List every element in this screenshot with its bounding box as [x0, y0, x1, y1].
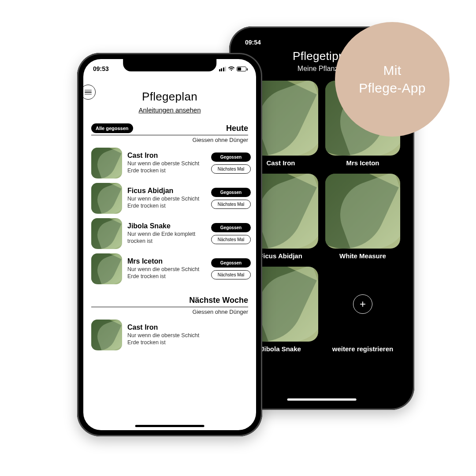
signal-icon	[219, 67, 227, 71]
page-title: Pflegeplan	[83, 90, 256, 104]
promo-text: Mit Pflege-App	[359, 62, 425, 97]
section-header-next-week: Nächste Woche Giessen ohne Dünger	[91, 296, 248, 315]
plant-desc: Nur wenn die oberste Schicht Erde trocke…	[127, 332, 206, 346]
plant-desc: Nur wenn die oberste Schicht Erde trocke…	[127, 266, 206, 280]
plant-label: Cast Iron	[266, 159, 295, 167]
plant-thumbnail[interactable]	[91, 218, 122, 249]
plant-thumbnail[interactable]	[91, 253, 122, 284]
plant-desc: Nur wenn die oberste Schicht Erde trocke…	[127, 160, 206, 174]
status-time: 09:54	[245, 39, 261, 46]
next-time-button[interactable]: Nächstes Mal	[211, 235, 251, 244]
add-thumbnail: +	[325, 267, 400, 342]
section-subtitle: Giessen ohne Dünger	[91, 137, 248, 143]
plant-list-next-week: Cast Iron Nur wenn die oberste Schicht E…	[91, 320, 251, 350]
section-subtitle: Giessen ohne Dünger	[91, 309, 248, 315]
section-header-today: Alle gegossen Heute Giessen ohne Dünger	[91, 123, 248, 143]
plant-name: Jibola Snake	[127, 222, 206, 230]
watered-button[interactable]: Gegossen	[211, 223, 251, 232]
plant-thumbnail[interactable]	[91, 183, 122, 214]
plant-row: Jibola Snake Nur wenn die Erde komplett …	[91, 218, 251, 249]
divider	[91, 135, 248, 135]
plant-list-today: Cast Iron Nur wenn die oberste Schicht E…	[91, 148, 251, 284]
plant-thumbnail[interactable]	[91, 148, 122, 178]
add-plant-tile[interactable]: + weitere registrieren	[325, 267, 400, 353]
all-watered-pill[interactable]: Alle gegossen	[91, 123, 133, 133]
plant-thumbnail	[325, 174, 400, 249]
menu-icon	[85, 90, 92, 91]
divider	[91, 307, 248, 307]
home-indicator	[135, 425, 205, 427]
plant-name: Mrs Iceton	[127, 257, 206, 265]
plant-label: Ficus Abidjan	[259, 252, 302, 260]
plant-thumbnail[interactable]	[91, 320, 122, 350]
plant-row: Cast Iron Nur wenn die oberste Schicht E…	[91, 320, 251, 350]
notch	[123, 59, 216, 71]
next-time-button[interactable]: Nächstes Mal	[211, 200, 251, 209]
promo-badge: Mit Pflege-App	[335, 22, 450, 137]
plant-desc: Nur wenn die oberste Schicht Erde trocke…	[127, 196, 206, 209]
plant-tile[interactable]: White Measure	[325, 174, 400, 260]
home-indicator	[287, 398, 357, 401]
plant-row: Mrs Iceton Nur wenn die oberste Schicht …	[91, 253, 251, 284]
watered-button[interactable]: Gegossen	[211, 258, 251, 268]
next-time-button[interactable]: Nächstes Mal	[211, 270, 251, 279]
plant-name: Ficus Abidjan	[127, 187, 206, 195]
watered-button[interactable]: Gegossen	[211, 152, 251, 162]
add-label: weitere registrieren	[332, 345, 393, 353]
instructions-link[interactable]: Anleitungen ansehen	[83, 106, 256, 114]
watered-button[interactable]: Gegossen	[211, 188, 251, 197]
plant-label: Jibola Snake	[260, 345, 301, 353]
plant-label: White Measure	[339, 252, 386, 260]
section-title: Nächste Woche	[189, 296, 248, 305]
phone-front: 09:53 Pflegeplan Anleitungen ansehen All…	[77, 53, 262, 436]
plant-desc: Nur wenn die Erde komplett trocken ist	[127, 231, 206, 245]
plant-name: Cast Iron	[127, 324, 206, 331]
next-time-button[interactable]: Nächstes Mal	[211, 164, 251, 174]
status-time: 09:53	[93, 65, 109, 72]
plant-name: Cast Iron	[127, 152, 206, 160]
wifi-icon	[228, 66, 235, 71]
plant-label: Mrs Iceton	[346, 159, 379, 167]
plant-row: Ficus Abidjan Nur wenn die oberste Schic…	[91, 183, 251, 214]
plant-row: Cast Iron Nur wenn die oberste Schicht E…	[91, 148, 251, 178]
battery-icon	[237, 67, 246, 71]
plus-icon: +	[353, 294, 372, 314]
status-icons	[219, 66, 247, 71]
section-title: Heute	[226, 124, 248, 133]
